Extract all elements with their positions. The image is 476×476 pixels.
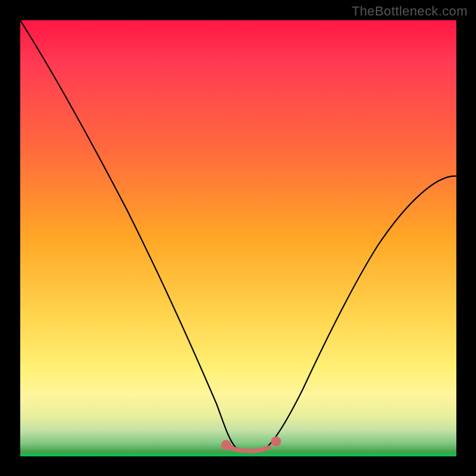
watermark-text: TheBottleneck.com — [352, 4, 468, 19]
svg-line-6 — [262, 447, 269, 450]
plot-area — [20, 20, 456, 456]
curve-layer — [20, 20, 456, 456]
chart-frame: TheBottleneck.com — [0, 0, 476, 476]
svg-point-7 — [273, 439, 279, 444]
bottleneck-curve — [20, 20, 456, 450]
